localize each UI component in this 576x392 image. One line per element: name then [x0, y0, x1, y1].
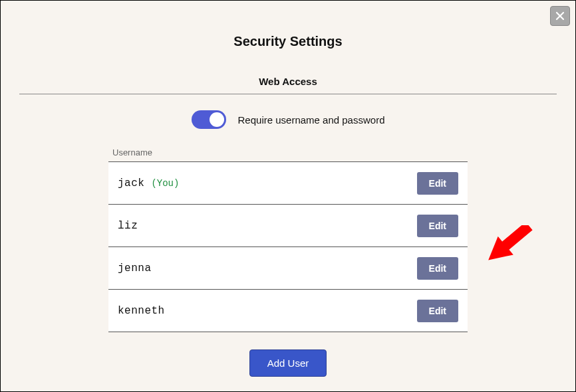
- user-row: liz Edit: [108, 205, 468, 247]
- user-row: jack (You) Edit: [108, 162, 468, 205]
- require-auth-toggle[interactable]: [192, 110, 226, 129]
- close-icon: [555, 11, 565, 21]
- users-table: Username jack (You) Edit liz Edit jenna …: [108, 147, 468, 332]
- edit-button[interactable]: Edit: [417, 172, 458, 195]
- username: jack: [118, 177, 144, 189]
- user-row: jenna Edit: [108, 247, 468, 290]
- edit-button[interactable]: Edit: [417, 215, 458, 237]
- username: jenna: [118, 262, 152, 274]
- dialog-title: Security Settings: [1, 34, 575, 49]
- edit-button[interactable]: Edit: [417, 300, 458, 322]
- column-header-username: Username: [108, 147, 468, 161]
- username: kenneth: [118, 305, 165, 317]
- user-row: kenneth Edit: [108, 290, 468, 332]
- section-title: Web Access: [1, 76, 575, 94]
- svg-marker-0: [483, 225, 537, 269]
- require-auth-label: Require username and password: [238, 114, 385, 126]
- add-user-button[interactable]: Add User: [249, 349, 327, 377]
- you-badge: (You): [151, 178, 179, 189]
- username: liz: [118, 220, 138, 232]
- edit-button[interactable]: Edit: [417, 257, 458, 280]
- require-auth-row: Require username and password: [1, 110, 575, 129]
- section-divider: [19, 94, 557, 94]
- toggle-knob: [210, 112, 224, 127]
- close-button[interactable]: [550, 6, 570, 26]
- annotation-arrow-icon: [483, 225, 543, 278]
